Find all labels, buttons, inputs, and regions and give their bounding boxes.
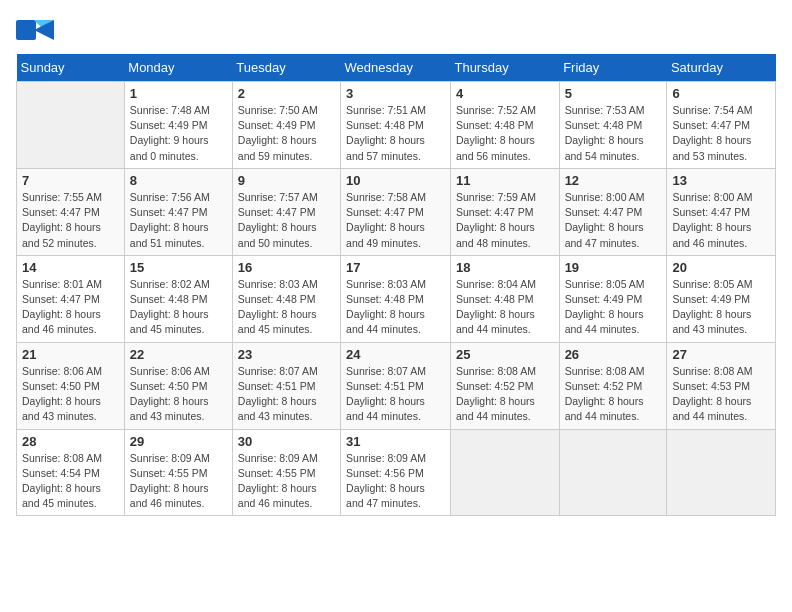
day-info: Sunrise: 7:50 AM Sunset: 4:49 PM Dayligh… bbox=[238, 103, 335, 164]
calendar-cell bbox=[667, 429, 776, 516]
calendar-cell: 7Sunrise: 7:55 AM Sunset: 4:47 PM Daylig… bbox=[17, 168, 125, 255]
calendar-cell bbox=[17, 82, 125, 169]
calendar-week-row: 21Sunrise: 8:06 AM Sunset: 4:50 PM Dayli… bbox=[17, 342, 776, 429]
day-number: 11 bbox=[456, 173, 554, 188]
day-info: Sunrise: 8:05 AM Sunset: 4:49 PM Dayligh… bbox=[565, 277, 662, 338]
day-number: 12 bbox=[565, 173, 662, 188]
calendar-cell: 9Sunrise: 7:57 AM Sunset: 4:47 PM Daylig… bbox=[232, 168, 340, 255]
day-number: 2 bbox=[238, 86, 335, 101]
day-number: 25 bbox=[456, 347, 554, 362]
calendar-cell bbox=[450, 429, 559, 516]
day-info: Sunrise: 7:56 AM Sunset: 4:47 PM Dayligh… bbox=[130, 190, 227, 251]
calendar-day-header: Monday bbox=[124, 54, 232, 82]
day-number: 7 bbox=[22, 173, 119, 188]
calendar-week-row: 14Sunrise: 8:01 AM Sunset: 4:47 PM Dayli… bbox=[17, 255, 776, 342]
day-number: 20 bbox=[672, 260, 770, 275]
calendar-day-header: Saturday bbox=[667, 54, 776, 82]
day-number: 4 bbox=[456, 86, 554, 101]
day-number: 1 bbox=[130, 86, 227, 101]
day-number: 21 bbox=[22, 347, 119, 362]
calendar-cell: 17Sunrise: 8:03 AM Sunset: 4:48 PM Dayli… bbox=[341, 255, 451, 342]
calendar-cell: 15Sunrise: 8:02 AM Sunset: 4:48 PM Dayli… bbox=[124, 255, 232, 342]
page-header bbox=[16, 16, 776, 44]
calendar-week-row: 7Sunrise: 7:55 AM Sunset: 4:47 PM Daylig… bbox=[17, 168, 776, 255]
day-info: Sunrise: 8:08 AM Sunset: 4:54 PM Dayligh… bbox=[22, 451, 119, 512]
calendar-cell: 12Sunrise: 8:00 AM Sunset: 4:47 PM Dayli… bbox=[559, 168, 667, 255]
day-number: 31 bbox=[346, 434, 445, 449]
day-number: 13 bbox=[672, 173, 770, 188]
calendar-cell bbox=[559, 429, 667, 516]
day-info: Sunrise: 8:07 AM Sunset: 4:51 PM Dayligh… bbox=[238, 364, 335, 425]
calendar-cell: 4Sunrise: 7:52 AM Sunset: 4:48 PM Daylig… bbox=[450, 82, 559, 169]
day-number: 26 bbox=[565, 347, 662, 362]
day-info: Sunrise: 7:54 AM Sunset: 4:47 PM Dayligh… bbox=[672, 103, 770, 164]
day-info: Sunrise: 7:57 AM Sunset: 4:47 PM Dayligh… bbox=[238, 190, 335, 251]
day-info: Sunrise: 8:03 AM Sunset: 4:48 PM Dayligh… bbox=[238, 277, 335, 338]
calendar-cell: 27Sunrise: 8:08 AM Sunset: 4:53 PM Dayli… bbox=[667, 342, 776, 429]
calendar-week-row: 28Sunrise: 8:08 AM Sunset: 4:54 PM Dayli… bbox=[17, 429, 776, 516]
day-number: 3 bbox=[346, 86, 445, 101]
day-number: 29 bbox=[130, 434, 227, 449]
day-info: Sunrise: 8:08 AM Sunset: 4:52 PM Dayligh… bbox=[565, 364, 662, 425]
calendar-cell: 6Sunrise: 7:54 AM Sunset: 4:47 PM Daylig… bbox=[667, 82, 776, 169]
calendar-cell: 21Sunrise: 8:06 AM Sunset: 4:50 PM Dayli… bbox=[17, 342, 125, 429]
day-number: 14 bbox=[22, 260, 119, 275]
day-number: 6 bbox=[672, 86, 770, 101]
day-info: Sunrise: 8:08 AM Sunset: 4:52 PM Dayligh… bbox=[456, 364, 554, 425]
day-number: 22 bbox=[130, 347, 227, 362]
calendar-cell: 19Sunrise: 8:05 AM Sunset: 4:49 PM Dayli… bbox=[559, 255, 667, 342]
calendar-cell: 18Sunrise: 8:04 AM Sunset: 4:48 PM Dayli… bbox=[450, 255, 559, 342]
calendar-cell: 10Sunrise: 7:58 AM Sunset: 4:47 PM Dayli… bbox=[341, 168, 451, 255]
day-number: 8 bbox=[130, 173, 227, 188]
calendar-table: SundayMondayTuesdayWednesdayThursdayFrid… bbox=[16, 54, 776, 516]
logo-icon bbox=[16, 16, 54, 44]
calendar-day-header: Thursday bbox=[450, 54, 559, 82]
day-info: Sunrise: 7:59 AM Sunset: 4:47 PM Dayligh… bbox=[456, 190, 554, 251]
day-number: 27 bbox=[672, 347, 770, 362]
day-number: 5 bbox=[565, 86, 662, 101]
day-info: Sunrise: 8:06 AM Sunset: 4:50 PM Dayligh… bbox=[130, 364, 227, 425]
calendar-week-row: 1Sunrise: 7:48 AM Sunset: 4:49 PM Daylig… bbox=[17, 82, 776, 169]
calendar-cell: 14Sunrise: 8:01 AM Sunset: 4:47 PM Dayli… bbox=[17, 255, 125, 342]
calendar-cell: 16Sunrise: 8:03 AM Sunset: 4:48 PM Dayli… bbox=[232, 255, 340, 342]
day-number: 10 bbox=[346, 173, 445, 188]
day-number: 23 bbox=[238, 347, 335, 362]
calendar-cell: 23Sunrise: 8:07 AM Sunset: 4:51 PM Dayli… bbox=[232, 342, 340, 429]
calendar-cell: 8Sunrise: 7:56 AM Sunset: 4:47 PM Daylig… bbox=[124, 168, 232, 255]
calendar-cell: 13Sunrise: 8:00 AM Sunset: 4:47 PM Dayli… bbox=[667, 168, 776, 255]
day-info: Sunrise: 8:02 AM Sunset: 4:48 PM Dayligh… bbox=[130, 277, 227, 338]
calendar-cell: 11Sunrise: 7:59 AM Sunset: 4:47 PM Dayli… bbox=[450, 168, 559, 255]
calendar-cell: 29Sunrise: 8:09 AM Sunset: 4:55 PM Dayli… bbox=[124, 429, 232, 516]
calendar-cell: 5Sunrise: 7:53 AM Sunset: 4:48 PM Daylig… bbox=[559, 82, 667, 169]
day-info: Sunrise: 8:07 AM Sunset: 4:51 PM Dayligh… bbox=[346, 364, 445, 425]
day-info: Sunrise: 8:09 AM Sunset: 4:55 PM Dayligh… bbox=[238, 451, 335, 512]
day-info: Sunrise: 7:53 AM Sunset: 4:48 PM Dayligh… bbox=[565, 103, 662, 164]
calendar-day-header: Wednesday bbox=[341, 54, 451, 82]
calendar-cell: 30Sunrise: 8:09 AM Sunset: 4:55 PM Dayli… bbox=[232, 429, 340, 516]
day-info: Sunrise: 8:09 AM Sunset: 4:55 PM Dayligh… bbox=[130, 451, 227, 512]
day-info: Sunrise: 8:00 AM Sunset: 4:47 PM Dayligh… bbox=[565, 190, 662, 251]
calendar-cell: 31Sunrise: 8:09 AM Sunset: 4:56 PM Dayli… bbox=[341, 429, 451, 516]
calendar-cell: 2Sunrise: 7:50 AM Sunset: 4:49 PM Daylig… bbox=[232, 82, 340, 169]
day-number: 15 bbox=[130, 260, 227, 275]
day-info: Sunrise: 8:00 AM Sunset: 4:47 PM Dayligh… bbox=[672, 190, 770, 251]
calendar-header-row: SundayMondayTuesdayWednesdayThursdayFrid… bbox=[17, 54, 776, 82]
day-info: Sunrise: 7:58 AM Sunset: 4:47 PM Dayligh… bbox=[346, 190, 445, 251]
day-number: 24 bbox=[346, 347, 445, 362]
day-info: Sunrise: 7:48 AM Sunset: 4:49 PM Dayligh… bbox=[130, 103, 227, 164]
day-info: Sunrise: 8:08 AM Sunset: 4:53 PM Dayligh… bbox=[672, 364, 770, 425]
day-number: 19 bbox=[565, 260, 662, 275]
calendar-cell: 22Sunrise: 8:06 AM Sunset: 4:50 PM Dayli… bbox=[124, 342, 232, 429]
day-info: Sunrise: 8:04 AM Sunset: 4:48 PM Dayligh… bbox=[456, 277, 554, 338]
day-info: Sunrise: 7:55 AM Sunset: 4:47 PM Dayligh… bbox=[22, 190, 119, 251]
day-number: 30 bbox=[238, 434, 335, 449]
calendar-cell: 25Sunrise: 8:08 AM Sunset: 4:52 PM Dayli… bbox=[450, 342, 559, 429]
logo bbox=[16, 16, 58, 44]
svg-rect-0 bbox=[16, 20, 36, 40]
day-number: 18 bbox=[456, 260, 554, 275]
day-info: Sunrise: 8:01 AM Sunset: 4:47 PM Dayligh… bbox=[22, 277, 119, 338]
day-info: Sunrise: 8:06 AM Sunset: 4:50 PM Dayligh… bbox=[22, 364, 119, 425]
calendar-day-header: Tuesday bbox=[232, 54, 340, 82]
calendar-body: 1Sunrise: 7:48 AM Sunset: 4:49 PM Daylig… bbox=[17, 82, 776, 516]
day-info: Sunrise: 7:52 AM Sunset: 4:48 PM Dayligh… bbox=[456, 103, 554, 164]
